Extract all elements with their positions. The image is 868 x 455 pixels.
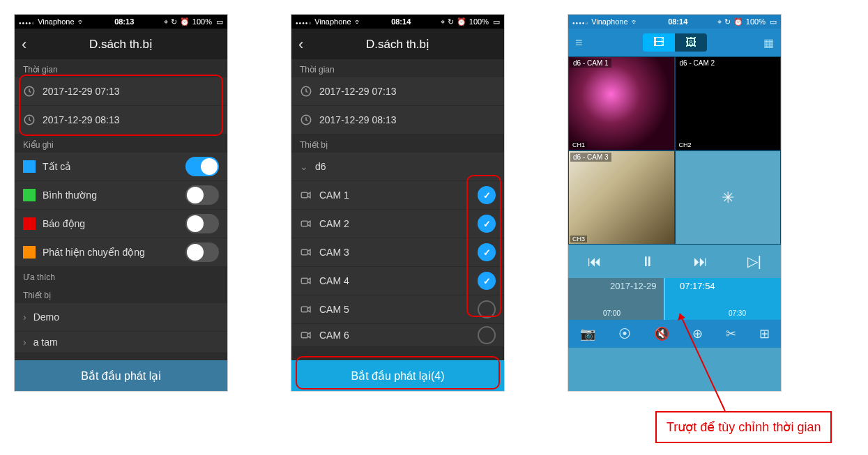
grid-cell-4-loading[interactable] — [675, 151, 782, 245]
clip-button[interactable]: ✂ — [726, 326, 736, 341]
next-button[interactable]: ▷| — [747, 253, 761, 270]
svg-rect-9 — [301, 332, 307, 338]
layout-button[interactable]: ▦ — [763, 36, 774, 49]
time-start-row[interactable]: 2017-12-29 07:13 — [15, 77, 227, 106]
status-time: 08:13 — [114, 17, 134, 26]
grid-cell-3[interactable]: d6 - CAM 3 CH3 — [568, 151, 675, 245]
cam-check[interactable] — [478, 243, 496, 261]
nav-title: D.sách th.bị — [89, 37, 153, 52]
section-rectype-label: Kiểu ghi — [15, 134, 227, 153]
color-chip — [23, 160, 36, 173]
cam-row-3[interactable]: CAM 3 — [291, 238, 504, 267]
lock-icon: ↻ — [724, 17, 731, 26]
status-bar: Vinaphoneᯤ 08:14 ⌖↻⏰100% — [568, 15, 781, 29]
grid-layout-button[interactable]: ⊞ — [759, 326, 770, 341]
grid-cell-1[interactable]: d6 - CAM 1 CH1 — [568, 56, 675, 151]
device-label: Demo — [33, 311, 219, 323]
time-start-row[interactable]: 2017-12-29 07:13 — [291, 77, 504, 106]
cam-check[interactable] — [478, 186, 496, 204]
zoom-button[interactable]: ⊕ — [692, 326, 703, 341]
timeline-tick-1: 07:00 — [603, 309, 620, 317]
carrier-label: Vinaphone — [591, 17, 627, 26]
cell-tag: d6 - CAM 3 — [570, 153, 611, 162]
status-time: 08:14 — [391, 17, 411, 26]
device-group-row[interactable]: ⌄ d6 — [291, 153, 504, 181]
chevron-right-icon: › — [23, 311, 26, 323]
cam-check[interactable] — [478, 272, 496, 290]
start-playback-count-button[interactable]: Bắt đầu phát lại(4) — [291, 360, 504, 391]
timeline-tick-2: 07:30 — [729, 309, 746, 317]
toggle-motion[interactable] — [185, 242, 219, 262]
rectype-all-label: Tất cả — [43, 161, 178, 172]
toggle-alarm[interactable] — [185, 214, 219, 233]
cell-tag: d6 - CAM 1 — [570, 59, 611, 68]
phone-2-camera-select: Vinaphoneᯤ 08:14 ⌖↻⏰100% ‹ D.sách th.bị … — [291, 14, 505, 392]
chevron-down-icon: ⌄ — [300, 161, 308, 172]
cam-check[interactable] — [478, 215, 496, 233]
lock-icon: ↻ — [448, 17, 454, 26]
section-device-label: Thiết bị — [291, 134, 504, 153]
cell-ch: CH1 — [570, 141, 587, 148]
lock-icon: ↻ — [171, 17, 177, 26]
rewind-button[interactable]: ⏮ — [588, 254, 602, 270]
pause-button[interactable]: ⏸ — [641, 254, 655, 270]
battery-icon — [492, 17, 500, 26]
cam-row-6[interactable]: CAM 6 — [291, 324, 504, 347]
nav-title: D.sách th.bị — [366, 37, 429, 52]
time-end-value: 2017-12-29 08:13 — [43, 114, 219, 125]
camera-icon — [300, 275, 312, 287]
section-time-label: Thời gian — [291, 59, 504, 77]
svg-rect-6 — [301, 249, 307, 255]
status-time: 08:14 — [668, 17, 687, 26]
cam-row-2[interactable]: CAM 2 — [291, 210, 504, 238]
cam-check[interactable] — [478, 300, 496, 318]
clock-icon — [23, 114, 36, 126]
back-button[interactable]: ‹ — [22, 36, 26, 54]
cam-row-5[interactable]: CAM 5 — [291, 295, 504, 324]
device-row-atam[interactable]: › a tam — [15, 332, 227, 353]
device-row-demo[interactable]: › Demo — [15, 303, 227, 332]
battery-icon — [768, 17, 777, 26]
menu-button[interactable]: ≡ — [575, 36, 583, 50]
fast-forward-button[interactable]: ⏭ — [694, 254, 708, 270]
rectype-all-row[interactable]: Tất cả — [15, 153, 227, 181]
chevron-right-icon: › — [23, 337, 26, 348]
cam-row-1[interactable]: CAM 1 — [291, 181, 504, 210]
mode-image-tab[interactable]: 🖼 — [675, 33, 707, 52]
battery-icon — [215, 17, 223, 26]
snapshot-button[interactable]: 📷 — [580, 326, 595, 341]
grid-cell-2[interactable]: d6 - CAM 2 CH2 — [675, 56, 782, 151]
timeline-scrubber[interactable]: 2017-12-29 07:17:54 07:00 07:30 — [568, 278, 781, 320]
mute-button[interactable]: 🔇 — [654, 326, 669, 341]
clock-icon — [300, 85, 312, 98]
clock-icon — [300, 114, 312, 126]
record-button[interactable]: ⦿ — [618, 327, 631, 341]
cam-check[interactable] — [478, 326, 496, 344]
back-button[interactable]: ‹ — [298, 36, 303, 54]
signal-dots-icon — [572, 17, 588, 26]
cam-row-4[interactable]: CAM 4 — [291, 267, 504, 295]
wifi-icon: ᯤ — [354, 17, 362, 26]
rectype-motion-row[interactable]: Phát hiện chuyển động — [15, 238, 227, 267]
toggle-all[interactable] — [185, 157, 219, 176]
start-playback-button[interactable]: Bắt đầu phát lại — [15, 360, 227, 391]
camera-icon — [300, 217, 312, 230]
camera-icon — [300, 246, 312, 259]
clock-icon — [23, 85, 36, 98]
image-icon: 🖼 — [685, 36, 696, 49]
rectype-alarm-row[interactable]: Báo động — [15, 210, 227, 238]
toggle-normal[interactable] — [185, 185, 219, 205]
button-label: Bắt đầu phát lại — [81, 369, 161, 383]
svg-rect-7 — [301, 278, 307, 284]
time-end-row[interactable]: 2017-12-29 08:13 — [15, 106, 227, 134]
mode-video-tab[interactable]: 🎞 — [643, 33, 675, 52]
time-end-row[interactable]: 2017-12-29 08:13 — [291, 106, 504, 134]
rectype-normal-row[interactable]: Bình thường — [15, 181, 227, 210]
alarm-icon: ⏰ — [180, 17, 190, 26]
color-chip — [23, 246, 36, 259]
cam-label: CAM 1 — [319, 190, 471, 201]
battery-label: 100% — [746, 17, 766, 26]
rectype-normal-label: Bình thường — [43, 190, 178, 201]
color-chip — [23, 217, 36, 230]
timeline-cursor[interactable] — [664, 278, 665, 320]
